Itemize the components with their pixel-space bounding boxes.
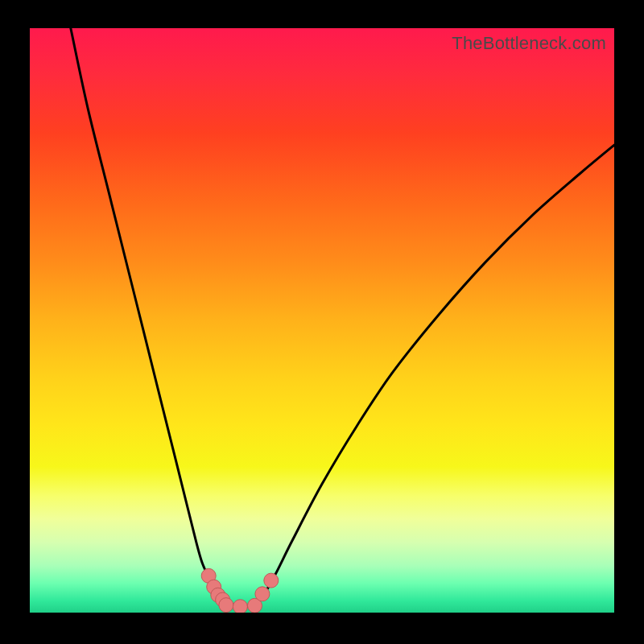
data-marker — [233, 600, 247, 613]
data-marker — [264, 573, 279, 588]
markers-group — [201, 568, 279, 613]
curve-layer — [30, 28, 614, 613]
plot-area: TheBottleneck.com — [30, 28, 614, 613]
curve-left-branch — [71, 28, 226, 605]
curve-right-branch — [255, 145, 615, 605]
data-marker — [255, 587, 270, 601]
outer-frame: TheBottleneck.com — [0, 0, 644, 644]
data-marker — [219, 598, 233, 613]
